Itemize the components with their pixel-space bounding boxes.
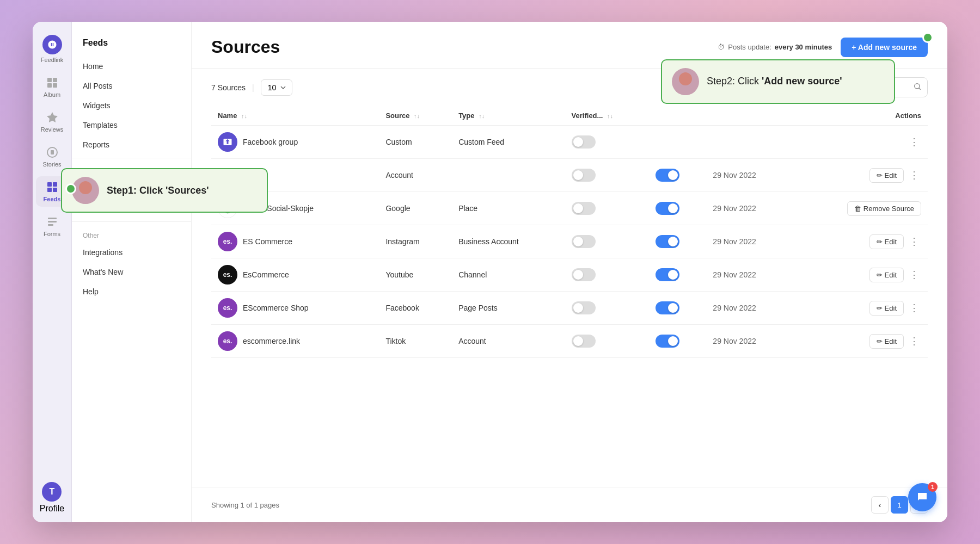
edit-button[interactable]: ✏ Edit [869,301,904,316]
source-name-text: escommerce.link [243,337,300,345]
page-1-button[interactable]: 1 [891,496,908,514]
edit-button[interactable]: ✏ Edit [869,168,904,183]
source-icon [218,132,237,152]
table-row: es. escommerce.link Tiktok Account 29 No… [211,325,928,358]
svg-rect-5 [51,150,54,154]
cell-source: Tiktok [379,325,452,358]
source-name-text: ES Commerce [243,237,292,246]
sidebar-item-home[interactable]: Home [72,57,191,76]
edit-button[interactable]: ✏ Edit [869,334,904,349]
edit-icon: ✏ [877,304,883,312]
toggle-enabled[interactable] [656,202,679,215]
search-button[interactable] [908,78,927,97]
chat-bubble[interactable]: 1 [908,483,936,511]
profile-label: Profile [40,504,64,514]
more-options-button[interactable]: ⋮ [907,333,921,349]
step1-green-dot [65,183,76,194]
toggle-verified[interactable] [572,301,596,314]
nav-stories[interactable]: Stories [36,141,69,172]
col-verified: Verified... ↑↓ [565,106,650,126]
sources-count-text: 7 Sources [211,83,246,92]
sidebar-item-all-posts[interactable]: All Posts [72,76,191,96]
toggle-verified[interactable] [572,235,596,248]
sidebar-item-reports[interactable]: Reports [72,135,191,154]
more-options-button[interactable]: ⋮ [907,233,921,250]
cell-verified-toggle [565,192,650,225]
svg-rect-10 [48,218,57,219]
toggle-verified[interactable] [572,135,596,149]
main-header: Sources ⏱ Posts update: every 30 minutes… [192,22,947,69]
toggle-enabled[interactable] [656,169,679,182]
cell-actions: ✏ Edit⋮ [793,258,928,292]
svg-point-14 [76,195,95,204]
sidebar-item-templates-label: Templates [83,121,118,129]
toggle-verified[interactable] [572,169,596,182]
toggle-verified[interactable] [572,268,596,281]
stories-icon [46,146,59,159]
cell-enabled-toggle [649,225,706,258]
more-options-button[interactable]: ⋮ [907,267,921,283]
posts-update-label: Posts update: [728,43,771,51]
sidebar-feeds-title: Feeds [72,33,191,57]
more-options-button[interactable]: ⋮ [907,167,921,183]
sidebar-item-sources[interactable]: Sources Step1: Click 'Sources' [72,179,191,199]
source-sort[interactable]: ↑↓ [414,113,420,119]
type-sort[interactable]: ↑↓ [479,113,485,119]
more-options-button[interactable]: ⋮ [907,134,921,150]
nav-reviews[interactable]: Reviews [36,107,69,137]
sidebar-item-templates[interactable]: Templates [72,115,191,135]
svg-rect-2 [47,83,52,88]
edit-icon: ✏ [877,271,883,279]
cell-actions: 🗑 Remove Source [793,192,928,225]
per-page-select[interactable]: 10 25 50 [261,79,292,96]
nav-profile[interactable]: T Profile [40,482,64,514]
verified-sort[interactable]: ↑↓ [607,113,613,119]
edit-button[interactable]: ✏ Edit [869,234,904,249]
name-sort[interactable]: ↑↓ [241,113,247,119]
col-name: Name ↑↓ [211,106,379,126]
toggle-enabled[interactable] [656,335,679,348]
cell-name: es. EScommerce Shop [211,292,379,325]
cell-actions: ✏ Edit⋮ [793,325,928,358]
chat-badge: 1 [928,482,938,492]
sources-table: Name ↑↓ Source ↑↓ Type ↑↓ Verified... ↑↓… [211,106,928,358]
step2-tooltip: Step2: Click 'Add new source' [661,59,895,104]
svg-point-16 [676,86,695,95]
table-header-row: Name ↑↓ Source ↑↓ Type ↑↓ Verified... ↑↓… [211,106,928,126]
prev-page-button[interactable]: ‹ [871,496,889,514]
cell-verified-toggle [565,325,650,358]
add-source-button[interactable]: + Add new source [841,38,928,57]
toggle-verified[interactable] [572,335,596,348]
cell-verified-toggle [565,292,650,325]
cell-enabled-toggle [649,192,706,225]
add-source-wrapper: + Add new source Step2: Click 'Add new [841,38,928,57]
pagination: Showing 1 of 1 pages ‹ 1 › [192,487,947,522]
toggle-enabled[interactable] [656,235,679,248]
col-source: Source ↑↓ [379,106,452,126]
table-body: Facebook group Custom Custom Feed ⋮ Acco… [211,126,928,358]
svg-rect-6 [47,182,52,187]
trash-icon: 🗑 [854,205,861,213]
table-row: es. EScommerce Shop Facebook Page Posts … [211,292,928,325]
profile-avatar: T [42,482,62,502]
nav-feedlink[interactable]: Feedlink [36,30,69,67]
sidebar-item-whats-new[interactable]: What's New [72,262,191,282]
sidebar-item-help[interactable]: Help [72,282,191,301]
source-name-text: EScommerce Shop [243,304,309,312]
svg-rect-12 [48,224,53,226]
toggle-verified[interactable] [572,202,596,215]
toggle-enabled[interactable] [656,268,679,281]
nav-album[interactable]: Album [36,72,69,102]
sidebar-item-integrations[interactable]: Integrations [72,243,191,262]
cell-enabled-toggle [649,258,706,292]
svg-rect-7 [53,182,57,187]
more-options-button[interactable]: ⋮ [907,300,921,316]
remove-source-button[interactable]: 🗑 Remove Source [847,201,921,216]
col-type: Type ↑↓ [452,106,565,126]
sidebar-item-widgets[interactable]: Widgets [72,96,191,115]
nav-forms[interactable]: Forms [36,211,69,242]
col-actions: Actions [793,106,928,126]
toggle-enabled[interactable] [656,301,679,314]
edit-button[interactable]: ✏ Edit [869,268,904,282]
svg-rect-11 [48,221,57,222]
